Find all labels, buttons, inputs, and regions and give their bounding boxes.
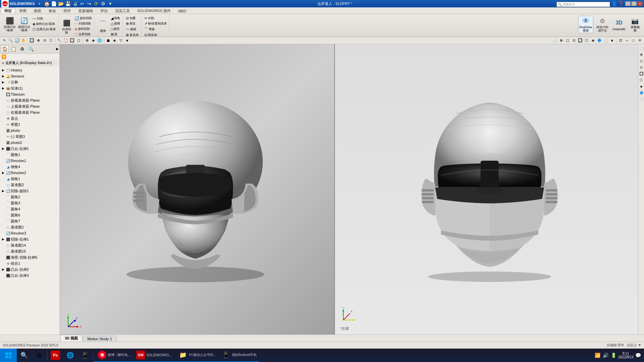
panel-tab-config[interactable]: ⚙ bbox=[18, 45, 26, 53]
display2[interactable]: ◈ bbox=[111, 38, 117, 44]
tray-volume[interactable]: 🔊 bbox=[602, 352, 609, 359]
chamfer-btn[interactable]: ◢倒角 bbox=[110, 16, 121, 21]
tool14[interactable]: ◈ bbox=[90, 38, 96, 44]
tree-item-front-plane[interactable]: ▶ ◻ 前视基准面 Plane bbox=[0, 97, 59, 103]
fillet-btn[interactable]: ⌒ 圆角 bbox=[97, 19, 109, 34]
rtool-btn3[interactable]: ◻ bbox=[638, 58, 644, 64]
loft-btn[interactable]: ◈放样凸台/基体 bbox=[32, 21, 57, 27]
rotate-tool[interactable]: 🔄 bbox=[14, 38, 20, 44]
tree-item-revolve3[interactable]: ▶ 🔄 Revolve3 bbox=[0, 230, 59, 236]
tree-item-chamfer1[interactable]: ▶ ◢ 倒角1 bbox=[0, 176, 59, 182]
tray-network[interactable]: 📶 bbox=[594, 352, 601, 359]
tree-item-history[interactable]: ▶ 📋 History bbox=[0, 67, 59, 73]
tree-item-fillet3[interactable]: ▶ ⌒ 圆角3 bbox=[0, 200, 59, 206]
curve-btn[interactable]: 〜曲线 bbox=[125, 27, 140, 32]
tab-direct-edit[interactable]: 直接编辑 bbox=[75, 8, 97, 14]
tree-item-fillet2[interactable]: ▶ ⌒ 圆角2 bbox=[0, 194, 59, 200]
search-bar[interactable]: 🔍 搜索命令 bbox=[556, 2, 610, 7]
rtool-btn7[interactable]: ◈ bbox=[638, 83, 644, 89]
tree-item-top-plane[interactable]: ▶ ◻ 上视基准面 Plane bbox=[0, 103, 59, 109]
panel-tab-display[interactable]: 🔍 bbox=[27, 45, 35, 53]
rtool-btn1[interactable]: ⬜ bbox=[638, 45, 644, 51]
make-solid-btn[interactable]: ⊙制实体 bbox=[143, 33, 168, 37]
minimize-btn[interactable]: ─ bbox=[625, 1, 631, 6]
sweep-btn[interactable]: 〰扫描 bbox=[32, 16, 57, 21]
tree-item-sketch1[interactable]: ▶ ✏ 草图1 bbox=[0, 121, 59, 127]
save-btn[interactable]: 💾 bbox=[65, 1, 71, 7]
rtool8[interactable]: 🔷 bbox=[596, 38, 602, 44]
taskbar-app-adobe[interactable]: Ps bbox=[48, 349, 63, 362]
taskbar-app-phone[interactable]: 📱 bbox=[78, 349, 92, 362]
solid-toggle[interactable]: ▶ bbox=[1, 86, 5, 91]
rtool-btn5[interactable]: 🔲 bbox=[638, 70, 644, 76]
arrow-tool[interactable]: ↖ bbox=[1, 38, 7, 44]
tree-item-sensors[interactable]: ▶ 🔔 Sensors bbox=[0, 73, 59, 79]
cut-extrude1-toggle[interactable]: ▶ bbox=[1, 237, 5, 242]
tray-action-center[interactable]: 💬 bbox=[635, 352, 641, 359]
tab-weldment[interactable]: 焊件 bbox=[60, 8, 75, 14]
tree-item-basesketch1[interactable]: ▶ ◻ 基准图1 bbox=[0, 224, 59, 230]
tray-battery[interactable]: 🔋 bbox=[610, 352, 617, 359]
panel-tab-feature[interactable]: 🏠 bbox=[1, 45, 9, 53]
rebuild-btn[interactable]: ⟳ bbox=[93, 1, 99, 7]
history-toggle[interactable]: ▶ bbox=[1, 68, 5, 72]
rtool-btn4[interactable]: ⊙ bbox=[638, 64, 644, 70]
tree-item-basesketch15[interactable]: ▶ ◻ 基准图15 bbox=[0, 248, 59, 254]
restore-btn[interactable]: □ bbox=[631, 1, 637, 6]
extrude-cut-btn[interactable]: ⬛ 拉伸切除 bbox=[60, 18, 73, 35]
tree-item-fillet1[interactable]: ▶ ⌒ 圆角1 bbox=[0, 152, 59, 158]
window-min[interactable]: ─ bbox=[624, 38, 630, 44]
viewport-left[interactable]: Y X Z bbox=[60, 44, 335, 335]
rtool-btn6[interactable]: ⬡ bbox=[638, 77, 644, 83]
open-btn[interactable]: 📂 bbox=[58, 1, 64, 7]
tool11[interactable]: 🔲 bbox=[69, 38, 75, 44]
tool13[interactable]: ⊕ bbox=[84, 38, 90, 44]
tree-item-revolve1[interactable]: ▶ 🔄 Revolve1 bbox=[0, 158, 59, 164]
start-button[interactable] bbox=[0, 349, 17, 362]
tab-surface[interactable]: 曲面 bbox=[30, 8, 45, 14]
tree-item-boss2[interactable]: ▶ ⬛ 凸台-拉伸2 bbox=[0, 266, 59, 272]
rtool1[interactable]: ⬜ bbox=[552, 38, 558, 44]
design-checker-btn[interactable]: ⚙ 持设计时成中文 bbox=[595, 16, 609, 33]
pan-tool[interactable]: ✋ bbox=[20, 38, 27, 44]
tree-item-annotation[interactable]: ▶ 📝 注释 bbox=[0, 79, 59, 85]
status-tab-motion[interactable]: Motion Study 1 bbox=[83, 336, 116, 342]
boss2-toggle[interactable]: ▶ bbox=[1, 267, 5, 272]
tab-sketch[interactable]: 草图 bbox=[15, 8, 30, 14]
taskbar-android[interactable]: 📱 我的Android手机 bbox=[219, 349, 259, 362]
home-btn[interactable]: 🏠 bbox=[44, 1, 50, 7]
undo-btn[interactable]: ↩ bbox=[79, 1, 85, 7]
shell-btn[interactable]: □抽壳 bbox=[110, 27, 121, 32]
taskbar-taskview[interactable]: ⊞ bbox=[32, 349, 46, 362]
move-copy-btn[interactable]: ↗移动/复制实体 bbox=[143, 21, 168, 26]
qat-more-btn[interactable]: ▼ bbox=[107, 1, 113, 7]
tree-item-combine1[interactable]: ▶ ⊕ 组合1 bbox=[0, 260, 59, 266]
revolve-boss-btn[interactable]: 🔄 旋转凸台/基体 bbox=[17, 16, 31, 33]
annotation-toggle[interactable]: ▶ bbox=[1, 80, 5, 85]
sweep-cut-btn[interactable]: 〰扫描切除 bbox=[73, 21, 93, 26]
tool15[interactable]: 🌐 bbox=[97, 38, 103, 44]
tree-item-photo[interactable]: ▶ 🖼 photo bbox=[0, 127, 59, 134]
boss1-toggle[interactable]: ▶ bbox=[1, 146, 5, 151]
flex-btn[interactable]: ⌒弯曲 bbox=[143, 27, 168, 32]
tree-item-cut-revolve1[interactable]: ▶ 🔄 切除-旋转1 bbox=[0, 188, 59, 194]
rtool-btn2[interactable]: ⊕ bbox=[638, 51, 644, 57]
tree-item-chamfer4[interactable]: ▶ ◢ 倒角4 bbox=[0, 164, 59, 170]
rtool4[interactable]: ⊙ bbox=[571, 38, 577, 44]
tree-item-revolve2[interactable]: ▶ 🔄 Revolve2 bbox=[0, 170, 59, 176]
help-icon[interactable]: ❓ bbox=[618, 1, 624, 6]
window-close[interactable]: ✕ bbox=[637, 38, 643, 44]
tree-item-fillet4[interactable]: ▶ ⌒ 圆角4 bbox=[0, 206, 59, 212]
display3[interactable]: ▽ bbox=[118, 38, 124, 44]
tab-sheetmetal[interactable]: 钣金 bbox=[45, 8, 60, 14]
tool10[interactable]: 📋 bbox=[63, 38, 69, 44]
tree-item-solid[interactable]: ▶ 📦 实体(1) bbox=[0, 85, 59, 91]
user-icon[interactable]: 👤 bbox=[611, 1, 617, 6]
taskbar-weibo[interactable]: 微 微博 - 随时地... bbox=[94, 349, 134, 362]
print-btn[interactable]: 🖨 bbox=[72, 1, 78, 7]
tree-item-origin[interactable]: ▶ ✛ 原点 bbox=[0, 115, 59, 121]
tab-render[interactable]: 渲染工具 bbox=[111, 8, 134, 14]
rtool-btn8[interactable]: 🔷 bbox=[638, 90, 644, 96]
tree-item-shell-cut[interactable]: ▶ ⬛ 海壁-切除-拉伸5 bbox=[0, 254, 59, 260]
rtool3[interactable]: ◻ bbox=[564, 38, 571, 44]
